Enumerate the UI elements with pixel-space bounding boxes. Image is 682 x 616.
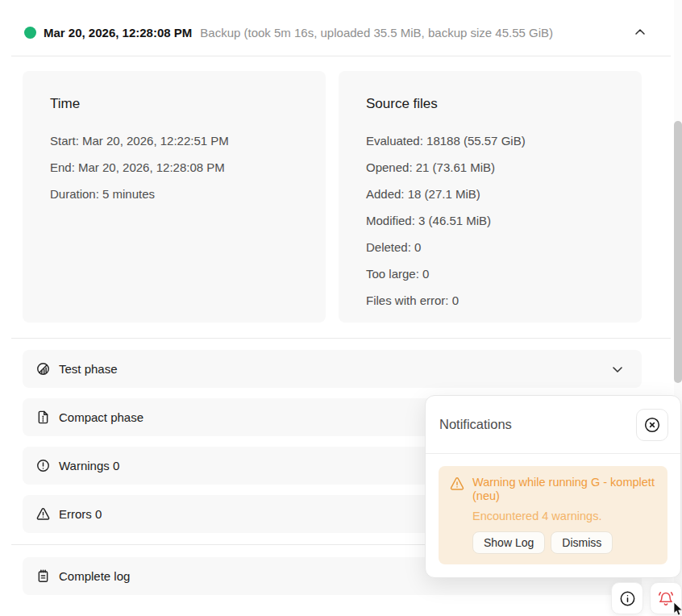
time-duration: Duration: 5 minutes	[50, 181, 298, 207]
notepad-icon	[35, 568, 51, 584]
section-label: Complete log	[59, 569, 130, 583]
notifications-panel: Notifications Warning while running G - …	[425, 395, 681, 578]
dismiss-button[interactable]: Dismiss	[551, 531, 613, 554]
notifications-header: Notifications	[426, 396, 680, 454]
show-log-button[interactable]: Show Log	[472, 531, 545, 554]
backup-report-header: Mar 20, 2026, 12:28:08 PM Backup (took 5…	[24, 18, 671, 47]
chevron-down-icon	[609, 361, 626, 377]
triangle-exclamation-icon	[449, 476, 465, 492]
chevron-up-icon[interactable]	[632, 24, 648, 40]
time-card-title: Time	[50, 96, 298, 112]
source-files-card: Source files Evaluated: 18188 (55.57 GiB…	[339, 71, 642, 323]
backup-timestamp: Mar 20, 2026, 12:28:08 PM	[44, 26, 192, 40]
time-start: Start: Mar 20, 2026, 12:22:51 PM	[50, 127, 298, 154]
header-divider	[11, 56, 671, 56]
time-card: Time Start: Mar 20, 2026, 12:22:51 PM En…	[23, 71, 326, 323]
file-compress-icon	[35, 410, 51, 425]
warning-notification: Warning while running G - komplett (neu)…	[439, 466, 667, 564]
warning-title: Warning while running G - komplett (neu)	[472, 476, 657, 503]
files-with-error: Files with error: 0	[366, 287, 614, 314]
section-label: Test phase	[59, 362, 118, 376]
notifications-title: Notifications	[439, 417, 636, 432]
section-label: Errors 0	[59, 507, 102, 521]
files-evaluated: Evaluated: 18188 (55.57 GiB)	[366, 127, 614, 154]
cards-divider	[11, 338, 671, 339]
time-end: End: Mar 20, 2026, 12:28:08 PM	[50, 154, 298, 181]
section-test-phase[interactable]: Test phase	[23, 350, 642, 388]
scrollbar-thumb[interactable]	[674, 121, 682, 383]
green-status-dot	[24, 27, 36, 39]
chart-circle-icon	[35, 361, 51, 377]
files-opened: Opened: 21 (73.61 MiB)	[366, 154, 614, 181]
backup-summary: Backup (took 5m 16s, uploaded 35.5 MiB, …	[200, 26, 632, 40]
section-label: Warnings 0	[59, 459, 119, 472]
files-deleted: Deleted: 0	[366, 234, 614, 260]
files-modified: Modified: 3 (46.51 MiB)	[366, 207, 614, 234]
warning-message: Encountered 4 warnings.	[472, 510, 657, 523]
section-label: Compact phase	[59, 410, 143, 424]
files-too-large: Too large: 0	[366, 260, 614, 287]
info-circle-icon[interactable]	[611, 582, 643, 614]
bell-ring-icon[interactable]	[650, 582, 682, 614]
files-added: Added: 18 (27.1 MiB)	[366, 181, 614, 207]
notifications-body: Warning while running G - komplett (neu)…	[426, 454, 680, 576]
circle-exclamation-icon	[35, 458, 51, 473]
stat-cards: Time Start: Mar 20, 2026, 12:22:51 PM En…	[23, 71, 642, 323]
circle-x-icon[interactable]	[636, 409, 668, 441]
source-files-card-title: Source files	[366, 96, 614, 112]
triangle-exclamation-icon	[35, 506, 51, 522]
